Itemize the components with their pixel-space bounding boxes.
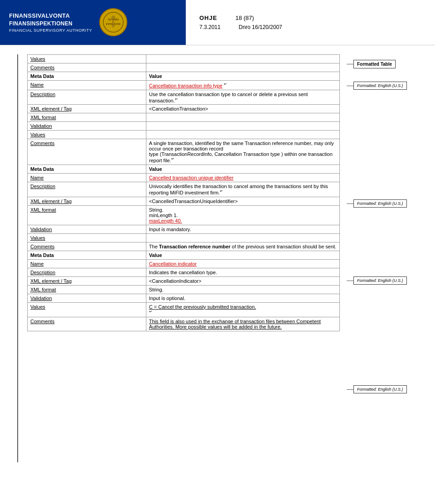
row-label: XML element / Tag: [28, 276, 146, 285]
row-value: Cancellation indicator: [146, 259, 339, 268]
row-value: <CancellationTransaction>: [146, 105, 339, 113]
row-value: [146, 113, 339, 122]
table-row: XML format: [28, 113, 340, 122]
row-value: Input is mandatory.: [146, 225, 339, 233]
table-row: Description Univocally identifies the tr…: [28, 182, 340, 197]
formatted-table-annotation: Formatted Table: [347, 60, 435, 68]
table-row-meta-header: Meta Data Value: [28, 165, 340, 173]
row-label: Values: [28, 55, 146, 63]
bold-text: Transaction reference number: [159, 244, 231, 249]
row-meta-label: Meta Data: [28, 165, 146, 173]
superscript: ↵: [224, 82, 227, 86]
row-label: Comments: [28, 63, 146, 72]
header-meta: OHJE 18 (87) 7.3.2011 Dnro 16/120/2007: [186, 0, 435, 45]
table-row: Name Cancelled transaction unique identi…: [28, 173, 340, 182]
table-row: XML element / Tag <CancellationTransacti…: [28, 105, 340, 113]
table-row: XML format String.: [28, 285, 340, 294]
left-margin: [14, 54, 27, 462]
row-label: Values: [28, 233, 146, 242]
max-length-value: maxLength 40.: [149, 218, 182, 223]
table-row: Comments This field is also used in the …: [28, 317, 340, 331]
row-label: Description: [28, 182, 146, 197]
table-row: XML format String. minLength 1. maxLengt…: [28, 205, 340, 225]
annotation-box-english3: Formatted: English (U.S.): [353, 276, 407, 285]
table-row: Validation Input is mandatory.: [28, 225, 340, 233]
row-label: Name: [28, 81, 146, 90]
annotation-box-formatted-table: Formatted Table: [353, 60, 396, 68]
row-label: XML format: [28, 285, 146, 294]
row-label: Comments: [28, 317, 146, 331]
row-value: A single transaction, identified by the …: [146, 139, 339, 165]
superscript: ↵: [171, 157, 174, 161]
row-label: XML format: [28, 205, 146, 225]
table-row: Validation Input is optional.: [28, 294, 340, 302]
row-value: [146, 233, 339, 242]
row-label: Values: [28, 302, 146, 317]
table-row: Values: [28, 131, 340, 139]
logo-seal-icon: SUOMI FINLAND: [99, 8, 128, 37]
table-row: Comments: [28, 63, 340, 72]
doc-type: OHJE: [199, 15, 217, 21]
row-label: XML element / Tag: [28, 105, 146, 113]
doc-date: 7.3.2011: [199, 24, 221, 30]
row-label: Name: [28, 173, 146, 182]
row-label: Name: [28, 259, 146, 268]
row-value: Univocally identifies the transaction to…: [146, 182, 339, 197]
row-label: Comments: [28, 242, 146, 251]
comments-text: This field is also used in the exchange …: [149, 319, 321, 330]
row-value: String. minLength 1. maxLength 40.: [146, 205, 339, 225]
row-value: [146, 131, 339, 139]
row-label: Validation: [28, 294, 146, 302]
row-label: Validation: [28, 225, 146, 233]
name-value: Cancellation indicator: [149, 261, 197, 267]
row-label: XML element / Tag: [28, 197, 146, 205]
annotation-box-english1: Formatted: English (U.S.): [353, 82, 407, 90]
table-row: Name Cancellation transaction info type …: [28, 81, 340, 90]
row-label: Description: [28, 268, 146, 276]
row-value: Input is optional.: [146, 294, 339, 302]
values-text: C = Cancel the previously submitted tran…: [149, 304, 256, 310]
superscript: ↵: [175, 97, 178, 101]
doc-dnro: Dnro 16/120/2007: [239, 24, 282, 30]
formatted-english4-annotation: Formatted: English (U.S.): [347, 385, 435, 393]
formatted-english2-annotation: Formatted: English (U.S.): [347, 199, 435, 208]
row-value: The Transaction reference number of the …: [146, 242, 339, 251]
formatted-english1-annotation: Formatted: English (U.S.): [347, 82, 435, 90]
table-row-meta-header: Meta Data Value: [28, 72, 340, 81]
table-row: XML element / Tag <CancelledTransactionU…: [28, 197, 340, 205]
row-meta-value: Value: [146, 165, 339, 173]
row-meta-label: Meta Data: [28, 72, 146, 81]
table-row: Validation: [28, 122, 340, 131]
row-value: Cancelled transaction unique identifier: [146, 173, 339, 182]
page-info: 18 (87): [235, 15, 254, 21]
table-row: Name Cancellation indicator: [28, 259, 340, 268]
row-meta-label: Meta Data: [28, 251, 146, 259]
annotations-sidebar: Formatted Table Formatted: English (U.S.…: [340, 54, 435, 462]
table-row: Values: [28, 233, 340, 242]
row-value: This field is also used in the exchange …: [146, 317, 339, 331]
row-label: Comments: [28, 139, 146, 165]
row-meta-value: Value: [146, 72, 339, 81]
main-table-area: Values Comments Meta Data Value Name: [27, 54, 340, 462]
row-label: Description: [28, 90, 146, 105]
logo-section: FINANSSIVALVONTA FINANSINSPEKTIONEN FINA…: [0, 0, 186, 45]
row-value: C = Cancel the previously submitted tran…: [146, 302, 339, 317]
table-row: Comments The Transaction reference numbe…: [28, 242, 340, 251]
row-value: Indicates the cancellation type.: [146, 268, 339, 276]
row-label: XML format: [28, 113, 146, 122]
superscript: ↵: [149, 310, 152, 314]
row-value: String.: [146, 285, 339, 294]
table-row: Values C = Cancel the previously submitt…: [28, 302, 340, 317]
row-value: <CancellationIndicator>: [146, 276, 339, 285]
row-value: Cancellation transaction info type ↵: [146, 81, 339, 90]
formatted-english3-annotation: Formatted: English (U.S.): [347, 276, 435, 285]
annotation-box-english4: Formatted: English (U.S.): [353, 385, 407, 393]
table-row: Comments A single transaction, identifie…: [28, 139, 340, 165]
main-content: Values Comments Meta Data Value Name: [0, 45, 435, 471]
annotation-box-english2: Formatted: English (U.S.): [353, 199, 407, 208]
table-row: Values: [28, 55, 340, 63]
row-value: [146, 55, 339, 63]
row-value: [146, 63, 339, 72]
row-value: [146, 122, 339, 131]
row-value: Use the cancellation transaction type to…: [146, 90, 339, 105]
